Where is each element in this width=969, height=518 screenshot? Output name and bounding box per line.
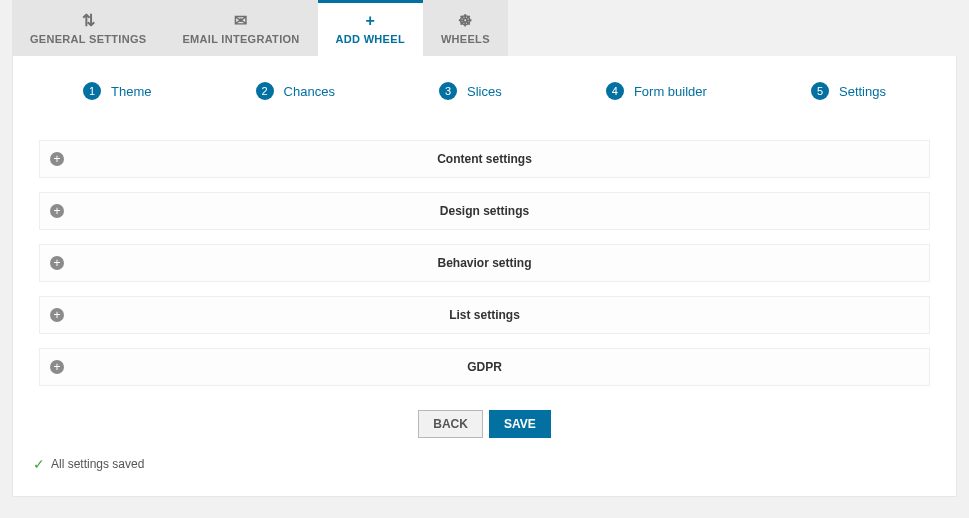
tab-label: ADD WHEEL — [336, 33, 405, 46]
step-label: Slices — [467, 84, 502, 99]
button-row: BACK SAVE — [33, 410, 936, 438]
step-label: Theme — [111, 84, 151, 99]
step-label: Form builder — [634, 84, 707, 99]
tab-add-wheel[interactable]: + ADD WHEEL — [318, 0, 423, 56]
step-number: 1 — [83, 82, 101, 100]
panel-add-wheel: 1 Theme 2 Chances 3 Slices 4 Form builde… — [12, 56, 957, 497]
accordion-title: Content settings — [40, 152, 929, 166]
expand-icon: + — [50, 256, 64, 270]
step-number: 2 — [256, 82, 274, 100]
step-chances[interactable]: 2 Chances — [256, 82, 335, 100]
top-tabs: ⇅ GENERAL SETTINGS ✉ EMAIL INTEGRATION +… — [12, 0, 957, 56]
expand-icon: + — [50, 308, 64, 322]
expand-icon: + — [50, 204, 64, 218]
accordion-content-settings[interactable]: + Content settings — [39, 140, 930, 178]
back-button[interactable]: BACK — [418, 410, 483, 438]
tab-wheels[interactable]: ☸ WHEELS — [423, 0, 508, 56]
tab-label: EMAIL INTEGRATION — [182, 33, 299, 46]
accordion-title: List settings — [40, 308, 929, 322]
expand-icon: + — [50, 152, 64, 166]
step-form-builder[interactable]: 4 Form builder — [606, 82, 707, 100]
save-status: ✓ All settings saved — [33, 456, 936, 472]
accordion-title: Design settings — [40, 204, 929, 218]
step-label: Settings — [839, 84, 886, 99]
accordion-list-settings[interactable]: + List settings — [39, 296, 930, 334]
tab-label: GENERAL SETTINGS — [30, 33, 146, 46]
step-number: 3 — [439, 82, 457, 100]
wizard-steps: 1 Theme 2 Chances 3 Slices 4 Form builde… — [33, 76, 936, 110]
tab-general-settings[interactable]: ⇅ GENERAL SETTINGS — [12, 0, 164, 56]
plus-icon: + — [336, 13, 405, 29]
step-theme[interactable]: 1 Theme — [83, 82, 151, 100]
accordion-design-settings[interactable]: + Design settings — [39, 192, 930, 230]
status-text: All settings saved — [51, 457, 144, 471]
step-settings[interactable]: 5 Settings — [811, 82, 886, 100]
tab-label: WHEELS — [441, 33, 490, 46]
check-icon: ✓ — [33, 456, 45, 472]
accordion-behavior-setting[interactable]: + Behavior setting — [39, 244, 930, 282]
expand-icon: + — [50, 360, 64, 374]
accordion-title: Behavior setting — [40, 256, 929, 270]
step-label: Chances — [284, 84, 335, 99]
step-slices[interactable]: 3 Slices — [439, 82, 502, 100]
wheel-icon: ☸ — [441, 13, 490, 29]
step-number: 5 — [811, 82, 829, 100]
save-button[interactable]: SAVE — [489, 410, 551, 438]
step-number: 4 — [606, 82, 624, 100]
envelope-icon: ✉ — [182, 13, 299, 29]
settings-accordion: + Content settings + Design settings + B… — [39, 140, 930, 386]
sliders-icon: ⇅ — [30, 13, 146, 29]
accordion-title: GDPR — [40, 360, 929, 374]
tab-email-integration[interactable]: ✉ EMAIL INTEGRATION — [164, 0, 317, 56]
accordion-gdpr[interactable]: + GDPR — [39, 348, 930, 386]
